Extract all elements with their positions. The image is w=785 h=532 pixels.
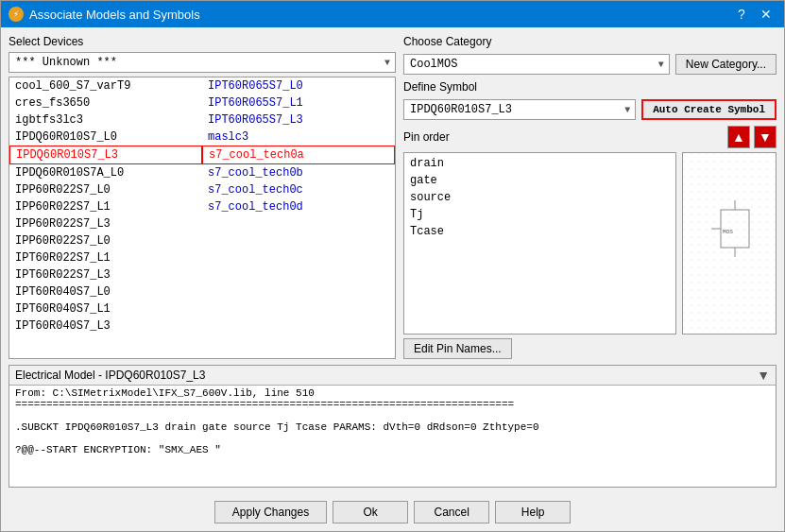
- device-item[interactable]: IPP60R022S7_L3: [9, 215, 202, 232]
- device-list-inner: cool_600_S7_varT9IPT60R065S7_L0cres_fs36…: [9, 77, 395, 335]
- pin-area: Pin order ▲ ▼ draingatesourceTjTcase: [403, 126, 776, 359]
- device-item[interactable]: cool_600_S7_varT9: [9, 77, 202, 94]
- device-item[interactable]: IPT60R022S7_L3: [9, 266, 202, 283]
- title-bar: ⚡ Associate Models and Symbols ? ✕: [1, 1, 784, 27]
- pin-list[interactable]: draingatesourceTjTcase: [403, 152, 676, 335]
- define-select-wrapper: IPDQ60R010S7_L3: [403, 99, 636, 120]
- device-list[interactable]: cool_600_S7_varT9IPT60R065S7_L0cres_fs36…: [9, 77, 396, 359]
- bottom-bar: Apply Changes Ok Cancel Help: [1, 495, 784, 531]
- svg-rect-1: [683, 153, 776, 334]
- pin-item[interactable]: Tj: [406, 206, 674, 223]
- apply-changes-button[interactable]: Apply Changes: [214, 501, 327, 523]
- define-symbol-select[interactable]: IPDQ60R010S7_L3: [403, 99, 636, 120]
- device-item[interactable]: IPT60R040S7_L1: [9, 300, 202, 317]
- electrical-model-line: ?@@--START ENCRYPTION: "SMX_AES ": [15, 444, 770, 455]
- scroll-indicator: ▼: [757, 368, 770, 383]
- pin-item[interactable]: gate: [406, 172, 674, 189]
- pin-up-button[interactable]: ▲: [727, 126, 750, 148]
- pin-item[interactable]: source: [406, 189, 674, 206]
- electrical-model-title: Electrical Model - IPDQ60R010S7_L3 ▼: [9, 366, 776, 386]
- title-buttons: ? ✕: [731, 5, 776, 24]
- device-item[interactable]: IPP60R022S7_L0: [9, 232, 202, 249]
- pin-item[interactable]: Tcase: [406, 223, 674, 240]
- main-content: Select Devices *** Unknown *** cool_600_…: [1, 27, 784, 495]
- device-item[interactable]: [202, 266, 395, 283]
- svg-text:MOS: MOS: [723, 229, 733, 235]
- device-item[interactable]: IPDQ60R010S7_L3: [9, 146, 202, 164]
- device-item[interactable]: IPDQ60R010S7_L0: [9, 129, 202, 146]
- pin-order-label: Pin order: [403, 130, 450, 144]
- pin-arrows: ▲ ▼: [727, 126, 776, 148]
- electrical-model-title-text: Electrical Model - IPDQ60R010S7_L3: [15, 369, 205, 382]
- app-icon: ⚡: [9, 7, 24, 22]
- device-item[interactable]: [202, 215, 395, 232]
- device-dropdown-wrapper: *** Unknown ***: [9, 52, 396, 73]
- help-button[interactable]: Help: [495, 501, 571, 523]
- device-item[interactable]: IPT60R040S7_L3: [9, 317, 202, 335]
- device-item[interactable]: [202, 300, 395, 317]
- pin-item[interactable]: drain: [406, 155, 674, 172]
- window-title: Associate Models and Symbols: [29, 8, 200, 22]
- choose-category-label: Choose Category: [403, 35, 776, 48]
- device-item[interactable]: IPDQ60R010S7A_L0: [9, 164, 202, 181]
- electrical-model-line: [15, 433, 770, 444]
- device-item[interactable]: [202, 317, 395, 335]
- device-item[interactable]: s7_cool_tech0d: [202, 198, 395, 215]
- device-item[interactable]: IPT60R040S7_L0: [9, 283, 202, 300]
- device-item[interactable]: IPT60R065S7_L0: [202, 77, 395, 94]
- electrical-model-line: [15, 410, 770, 421]
- device-item[interactable]: s7_cool_tech0b: [202, 164, 395, 181]
- edit-pin-names-button[interactable]: Edit Pin Names...: [403, 338, 512, 359]
- device-item[interactable]: maslc3: [202, 129, 395, 146]
- new-category-button[interactable]: New Category...: [675, 54, 776, 75]
- close-btn[interactable]: ✕: [756, 5, 776, 24]
- pin-down-button[interactable]: ▼: [754, 126, 776, 148]
- device-item[interactable]: [202, 232, 395, 249]
- select-devices-label: Select Devices: [9, 35, 396, 48]
- device-item[interactable]: IPT60R065S7_L3: [202, 112, 395, 129]
- electrical-model-content[interactable]: From: C:\SIMetrixModel\IFX_S7_600V.lib, …: [9, 386, 776, 487]
- cancel-button[interactable]: Cancel: [414, 501, 489, 523]
- define-symbol-label: Define Symbol: [403, 80, 776, 94]
- left-panel: Select Devices *** Unknown *** cool_600_…: [9, 35, 396, 359]
- title-bar-left: ⚡ Associate Models and Symbols: [9, 7, 200, 22]
- symbol-preview-svg: MOS: [683, 153, 776, 334]
- electrical-model: Electrical Model - IPDQ60R010S7_L3 ▼ Fro…: [9, 365, 776, 488]
- ok-button[interactable]: Ok: [333, 501, 408, 523]
- device-dropdown[interactable]: *** Unknown ***: [9, 52, 396, 73]
- device-item[interactable]: IPT60R065S7_L1: [202, 94, 395, 112]
- electrical-model-line: ========================================…: [15, 399, 770, 410]
- right-panel: Choose Category CoolMOS New Category... …: [403, 35, 776, 359]
- symbol-preview: MOS: [682, 152, 776, 335]
- device-item[interactable]: IPP60R022S7_L1: [9, 198, 202, 215]
- main-panels: Select Devices *** Unknown *** cool_600_…: [9, 35, 776, 359]
- category-select-wrapper: CoolMOS: [403, 54, 670, 75]
- electrical-model-line: .SUBCKT IPDQ60R010S7_L3 drain gate sourc…: [15, 421, 770, 433]
- main-window: ⚡ Associate Models and Symbols ? ✕ Selec…: [0, 0, 785, 532]
- device-item[interactable]: [202, 283, 395, 300]
- device-item[interactable]: cres_fs3650: [9, 94, 202, 112]
- help-title-btn[interactable]: ?: [731, 5, 752, 24]
- device-item[interactable]: s7_cool_tech0a: [202, 146, 395, 164]
- device-item[interactable]: IPP60R022S7_L0: [9, 181, 202, 198]
- electrical-model-line: From: C:\SIMetrixModel\IFX_S7_600V.lib, …: [15, 387, 770, 399]
- device-item[interactable]: IPT60R022S7_L1: [9, 249, 202, 266]
- pin-order-row: Pin order ▲ ▼: [403, 126, 776, 148]
- device-item[interactable]: igbtfs3lc3: [9, 112, 202, 129]
- auto-create-symbol-button[interactable]: Auto Create Symbol: [641, 99, 776, 120]
- pin-list-and-preview: draingatesourceTjTcase: [403, 152, 776, 335]
- category-row: CoolMOS New Category...: [403, 54, 776, 75]
- device-item[interactable]: [202, 249, 395, 266]
- device-item[interactable]: s7_cool_tech0c: [202, 181, 395, 198]
- category-select[interactable]: CoolMOS: [403, 54, 670, 75]
- define-symbol-row: IPDQ60R010S7_L3 Auto Create Symbol: [403, 99, 776, 120]
